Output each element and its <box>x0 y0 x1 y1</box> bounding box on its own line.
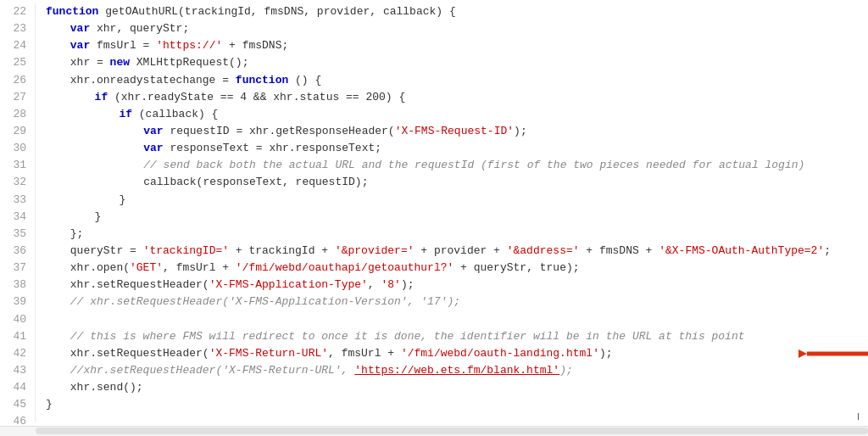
code-token: } <box>95 210 102 223</box>
code-token: 'X-FMS-Application-Type' <box>209 278 368 291</box>
line-number: 42 <box>5 345 26 362</box>
line-numbers: 2223242526272829303132333435363738394041… <box>0 3 36 422</box>
code-line: // this is where FMS will redirect to on… <box>46 328 858 345</box>
code-line: queryStr = 'trackingID=' + trackingId + … <box>46 243 858 260</box>
code-token: if <box>119 108 132 120</box>
code-token: } <box>119 193 125 206</box>
code-token: '/fmi/webd/oauthapi/getoauthurl?' <box>236 261 453 274</box>
code-token: var <box>143 125 163 137</box>
code-line: xhr.setRequestHeader('X-FMS-Return-URL',… <box>46 345 858 362</box>
code-line: var responseText = xhr.responseText; <box>46 140 858 157</box>
code-token: 'https://' <box>156 39 222 52</box>
code-token: + fmsDNS; <box>222 39 288 52</box>
code-token: var <box>70 22 90 35</box>
code-line: var fmsUrl = 'https://' + fmsDNS; <box>46 37 858 54</box>
cursor-indicator: I <box>857 410 860 424</box>
code-token: + queryStr, true); <box>453 261 579 274</box>
line-number: 27 <box>5 89 26 106</box>
code-token: } <box>46 398 53 411</box>
code-token: requestID = xhr.getResponseHeader( <box>164 125 395 137</box>
code-line: // send back both the actual URL and the… <box>46 157 858 174</box>
line-number: 29 <box>5 123 26 140</box>
line-number: 39 <box>5 293 26 310</box>
code-token: xhr.open( <box>70 261 130 274</box>
line-number: 44 <box>5 379 26 396</box>
code-token: 'trackingID=' <box>143 244 229 257</box>
code-token: // send back both the actual URL and the… <box>143 159 804 171</box>
line-number: 30 <box>5 140 26 157</box>
code-token: var <box>143 142 163 154</box>
code-token: responseText = xhr.responseText; <box>164 142 381 154</box>
line-number: 46 <box>5 413 26 426</box>
code-token: (xhr.readyState == 4 && xhr.status == 20… <box>108 91 405 103</box>
line-number: 41 <box>5 328 26 345</box>
code-token: 'X-FMS-Return-URL' <box>222 364 341 377</box>
code-line: if (xhr.readyState == 4 && xhr.status ==… <box>46 89 858 106</box>
line-number: 43 <box>5 362 26 379</box>
code-token: function <box>236 74 288 87</box>
code-token: // xhr.setRequestHeader('X-FMS-Applicati… <box>70 295 460 308</box>
code-line: xhr.send(); <box>46 379 858 396</box>
code-token: fmsUrl = <box>90 39 156 52</box>
line-number: 45 <box>5 396 26 413</box>
code-token: ); <box>514 125 527 137</box>
code-token: callback(responseText, requestID); <box>143 176 368 188</box>
code-token: , fmsUrl + <box>163 261 236 274</box>
code-line <box>46 311 858 328</box>
code-line: function getOAuthURL(trackingId, fmsDNS,… <box>46 3 858 20</box>
code-token: 'https://web.ets.fm/blank.html' <box>354 364 559 377</box>
code-token: '&X-FMS-OAuth-AuthType=2' <box>659 244 824 257</box>
line-number: 28 <box>5 106 26 123</box>
code-token: '/fmi/webd/oauth-landing.html' <box>401 347 599 360</box>
code-line: xhr.setRequestHeader('X-FMS-Application-… <box>46 277 858 293</box>
code-token: function <box>46 5 98 18</box>
code-line: xhr.open('GET', fmsUrl + '/fmi/webd/oaut… <box>46 260 858 277</box>
code-lines[interactable]: function getOAuthURL(trackingId, fmsDNS,… <box>36 3 868 422</box>
code-token: '&provider=' <box>335 244 415 257</box>
code-line: var requestID = xhr.getResponseHeader('X… <box>46 123 858 140</box>
code-token: xhr.setRequestHeader( <box>70 347 209 360</box>
code-area: 2223242526272829303132333435363738394041… <box>0 0 868 426</box>
code-line: if (callback) { <box>46 106 858 123</box>
line-number: 34 <box>5 209 26 226</box>
code-token: ); <box>599 347 613 360</box>
code-token: (callback) { <box>132 108 218 120</box>
code-token: () { <box>288 74 321 87</box>
arrow-icon <box>798 344 868 363</box>
code-token: xhr, queryStr; <box>90 22 189 35</box>
code-line: }; <box>46 226 858 243</box>
line-number: 40 <box>5 311 26 328</box>
code-token: XMLHttpRequest(); <box>130 56 248 69</box>
code-token: queryStr = <box>70 244 143 257</box>
scrollbar-area[interactable]: I <box>0 426 868 436</box>
line-number: 35 <box>5 226 26 243</box>
code-token: ; <box>824 244 831 257</box>
line-number: 37 <box>5 260 26 277</box>
code-token: //xhr.setRequestHeader( <box>70 364 222 377</box>
line-number: 32 <box>5 174 26 191</box>
line-number: 25 <box>5 54 26 71</box>
code-editor: 2223242526272829303132333435363738394041… <box>0 0 868 436</box>
code-line: //xhr.setRequestHeader('X-FMS-Return-URL… <box>46 362 858 379</box>
code-line: callback(responseText, requestID); <box>46 174 858 191</box>
arrow-annotation <box>798 344 868 363</box>
code-token: , <box>368 278 381 291</box>
code-token: + trackingId + <box>229 244 335 257</box>
code-line <box>46 413 858 422</box>
code-token: 'X-FMS-Return-URL' <box>209 347 328 360</box>
code-line: var xhr, queryStr; <box>46 20 858 37</box>
line-number: 23 <box>5 20 26 37</box>
code-token: '&address=' <box>507 244 580 257</box>
code-token: xhr.onreadystatechange = <box>70 74 236 87</box>
line-number: 24 <box>5 37 26 54</box>
code-line: } <box>46 192 858 209</box>
code-line: xhr.onreadystatechange = function () { <box>46 72 858 89</box>
code-token: xhr = <box>70 56 110 69</box>
code-token: if <box>95 91 108 103</box>
code-line: // xhr.setRequestHeader('X-FMS-Applicati… <box>46 293 858 310</box>
code-line: } <box>46 209 858 226</box>
code-line: xhr = new XMLHttpRequest(); <box>46 54 858 71</box>
code-token: new <box>110 56 130 69</box>
scrollbar-track[interactable] <box>36 428 868 434</box>
code-token: + fmsDNS + <box>580 244 659 257</box>
